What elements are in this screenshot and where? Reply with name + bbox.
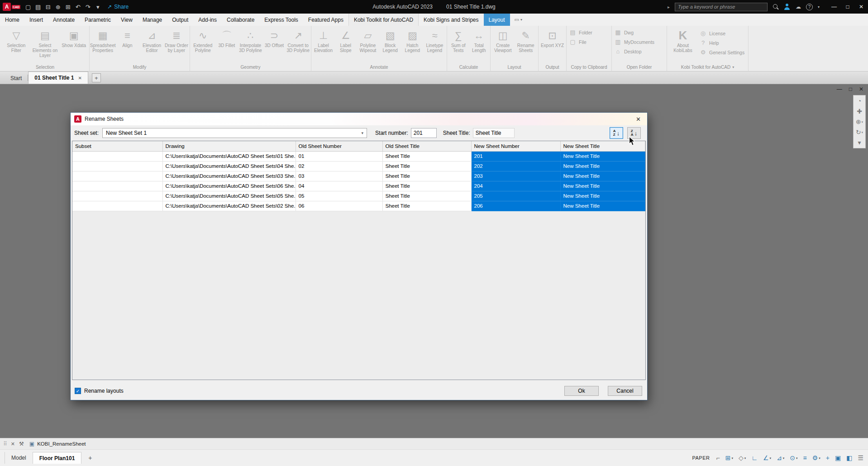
label-slope-button[interactable]: ∠ Label Slope [334,27,357,53]
drawing-minimize-button[interactable]: — [837,86,842,92]
table-row[interactable]: C:\Users\katja\Documents\AutoCAD Sheet S… [72,171,645,181]
cell-drawing[interactable]: C:\Users\katja\Documents\AutoCAD Sheet S… [162,181,296,191]
command-text[interactable]: KOBI_RenameSheet [37,441,86,447]
sheet-title-input[interactable]: Sheet Title [473,128,515,138]
hamburger-icon[interactable]: ☰ ▾ [858,455,863,461]
tab-home[interactable]: Home [0,14,24,26]
new-tab-button[interactable]: + [92,73,101,82]
cell-new-sheet-title[interactable]: New Sheet Title [560,181,645,191]
table-row[interactable]: C:\Users\katja\Documents\AutoCAD Sheet S… [72,161,645,171]
save-icon[interactable]: ⊟ [43,1,53,12]
cell-drawing[interactable]: C:\Users\katja\Documents\AutoCAD Sheet S… [162,201,296,211]
interpolate-3d-polyline-button[interactable]: ∴ Interpolate 3D Polyline [238,27,262,53]
cell-new-sheet-title[interactable]: New Sheet Title [560,171,645,181]
ucs-icon[interactable]: ⌐ ▾ [716,455,720,461]
orbit-icon[interactable]: ↻ ▾ [856,129,863,135]
table-row[interactable]: C:\Users\katja\Documents\AutoCAD Sheet S… [72,151,645,161]
select-elements-on-layer-button[interactable]: ▤ Select Elements on Layer [31,27,60,58]
search-icon[interactable] [773,4,779,10]
panel-label-kobi-toolkit[interactable]: Kobi Toolkit for AutoCAD▾ [667,63,748,71]
label-elevation-button[interactable]: ⊥ Label Elevation [312,27,334,53]
navigation-wheel-icon[interactable]: ◔ ▾ [858,98,861,104]
cell-old-sheet-title[interactable]: Sheet Title [382,161,471,171]
paper-space-label[interactable]: PAPER [692,455,710,461]
column-old-sheet-title[interactable]: Old Sheet Title [382,141,471,151]
polyline-wipeout-button[interactable]: ▱ Polyline Wipeout [357,27,379,53]
tab-add-ins[interactable]: Add-ins [193,14,222,26]
cell-new-sheet-number[interactable]: 204 [471,181,560,191]
copy-folder-button[interactable]: ▤ Folder [569,29,609,36]
table-row[interactable]: C:\Users\katja\Documents\AutoCAD Sheet S… [72,191,645,201]
tab-output[interactable]: Output [167,14,193,26]
cell-subset[interactable] [72,161,162,171]
cancel-button[interactable]: Cancel [608,386,642,396]
cell-old-sheet-number[interactable]: 05 [296,191,382,201]
help-dropdown-icon[interactable]: ▾ [818,5,820,9]
polar-tracking-icon[interactable]: ∠ ▾ [763,455,771,461]
cell-drawing[interactable]: C:\Users\katja\Documents\AutoCAD Sheet S… [162,161,296,171]
collapse-chevron-icon[interactable]: ▸ [668,5,670,10]
sum-of-texts-button[interactable]: ∑ Sum of Texts [448,27,469,53]
general-settings-button[interactable]: ⚙ General Settings [700,49,744,56]
copy-file-button[interactable]: ▢ File [569,38,609,45]
align-button[interactable]: ≡ Align [115,27,139,48]
search-input[interactable] [675,3,768,11]
share-button[interactable]: ↗ Share [107,4,129,10]
convert-to-3d-polyline-button[interactable]: ↗ Convert to 3D Polyline [286,27,310,53]
hatch-legend-button[interactable]: ▨ Hatch Legend [401,27,424,53]
cell-old-sheet-number[interactable]: 06 [296,201,382,211]
rename-layouts-checkbox[interactable]: ✓ [75,388,81,394]
plot-icon[interactable]: ⊞ [63,1,73,12]
cell-drawing[interactable]: C:\Users\katja\Documents\AutoCAD Sheet S… [162,171,296,181]
command-close-icon[interactable]: ✕ [11,441,15,447]
tab-view[interactable]: View [116,14,138,26]
total-length-button[interactable]: ↔ Total Length [469,27,490,53]
cell-old-sheet-title[interactable]: Sheet Title [382,201,471,211]
drawing-close-button[interactable]: ✕ [859,86,863,92]
3d-fillet-button[interactable]: ⌒ 3D Fillet [215,27,239,48]
open-mydocuments-button[interactable]: ▥ MyDocuments [615,38,664,45]
selection-filter-button[interactable]: ▽ Selection Filter [2,27,31,53]
cell-old-sheet-number[interactable]: 02 [296,161,382,171]
elevation-editor-button[interactable]: ⊿ Elevation Editor [140,27,164,53]
osnap-icon[interactable]: ⊙ ▾ [790,455,797,461]
new-file-icon[interactable]: ▢ [23,1,33,12]
cell-drawing[interactable]: C:\Users\katja\Documents\AutoCAD Sheet S… [162,191,296,201]
cell-old-sheet-title[interactable]: Sheet Title [382,191,471,201]
ribbon-options-button[interactable]: ▭ ▾ [515,14,522,26]
cell-drawing[interactable]: C:\Users\katja\Documents\AutoCAD Sheet S… [162,151,296,161]
cell-new-sheet-number[interactable]: 205 [471,191,560,201]
ortho-icon[interactable]: ∟ ▾ [751,455,758,461]
undo-icon[interactable]: ↶ [73,1,83,12]
tab-insert[interactable]: Insert [24,14,48,26]
cell-new-sheet-title[interactable]: New Sheet Title [560,191,645,201]
about-kobilabs-button[interactable]: K About KobiLabs [668,27,698,53]
annotation-scale-icon[interactable]: + ▾ [826,455,830,461]
cell-subset[interactable] [72,191,162,201]
tab-kobi-toolkit[interactable]: Kobi Toolkit for AutoCAD [348,14,419,26]
dialog-close-button[interactable]: ✕ [633,115,644,124]
sort-ascending-button[interactable]: A Z ↓ [610,127,623,139]
cell-old-sheet-title[interactable]: Sheet Title [382,171,471,181]
tab-annotate[interactable]: Annotate [48,14,80,26]
new-layout-button[interactable]: + [85,453,95,463]
tab-close-icon[interactable]: ✕ [78,76,82,81]
gear-icon[interactable]: ⚙ ▾ [812,455,820,461]
3d-offset-button[interactable]: ⊃ 3D Offset [262,27,286,48]
cell-new-sheet-number[interactable]: 202 [471,161,560,171]
ok-button[interactable]: Ok [564,386,599,396]
autocad-app-button[interactable]: A CAD [3,3,20,11]
cell-old-sheet-number[interactable]: 03 [296,171,382,181]
isodraft-icon[interactable]: ⊿ ▾ [777,455,784,461]
column-subset[interactable]: Subset [72,141,162,151]
minimize-button[interactable]: — [827,0,841,14]
tab-express-tools[interactable]: Express Tools [259,14,303,26]
rename-sheets-button[interactable]: ✎ Rename Sheets [515,27,538,53]
command-customize-icon[interactable]: ⚒ [19,441,24,447]
drawing-area[interactable]: — □ ✕ ◔ ▾ ✚ ▾ ⊕ ▾ [0,84,868,438]
block-legend-button[interactable]: ▧ Block Legend [379,27,401,53]
save-as-icon[interactable]: ⊕ [53,1,63,12]
cell-subset[interactable] [72,151,162,161]
qat-dropdown-icon[interactable]: ▾ [93,1,103,12]
cell-new-sheet-title[interactable]: New Sheet Title [560,201,645,211]
